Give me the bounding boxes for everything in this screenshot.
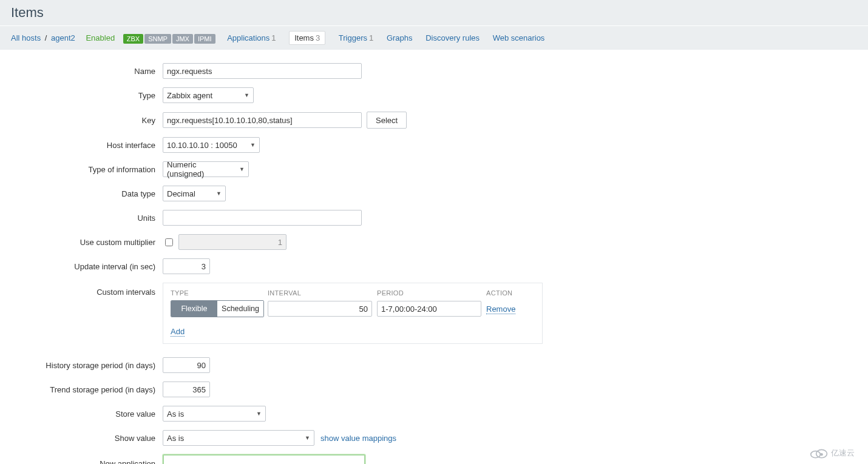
trend-storage-input[interactable] [163,382,210,397]
custom-intervals-box: TYPE INTERVAL PERIOD ACTION Flexible Sch… [163,283,543,344]
label-store-value: Store value [10,409,163,419]
ci-type-segment[interactable]: Flexible Scheduling [171,300,264,317]
store-value-select[interactable]: As is [163,406,266,422]
key-input[interactable] [163,112,362,128]
ci-type-scheduling[interactable]: Scheduling [217,301,263,317]
ci-interval-input[interactable] [268,301,372,317]
label-host-interface: Host interface [10,141,163,150]
badge-zbx: ZBX [123,34,143,44]
nav-graphs[interactable]: Graphs [387,33,413,42]
breadcrumb-all-hosts[interactable]: All hosts [11,33,41,42]
label-type-of-information: Type of information [10,165,163,174]
type-select[interactable]: Zabbix agent [163,87,254,103]
nav-triggers[interactable]: Triggers1 [339,33,373,42]
ci-col-interval: INTERVAL [268,289,377,297]
nav-items[interactable]: Items3 [289,31,325,45]
label-name: Name [10,67,163,76]
label-custom-intervals: Custom intervals [10,283,163,297]
svg-point-2 [820,453,822,456]
show-value-select[interactable]: As is [163,430,314,446]
label-new-application: New application [10,459,163,465]
host-interface-select[interactable]: 10.10.10.10 : 10050 [163,137,260,153]
ci-col-period: PERIOD [377,289,486,297]
item-form: Name Type Zabbix agent Key Select Host i… [10,50,858,464]
watermark-text: 亿速云 [831,448,855,459]
watermark: 亿速云 [808,447,855,459]
show-value-mappings-link[interactable]: show value mappings [320,434,396,443]
data-type-select[interactable]: Decimal [163,186,226,201]
ci-add-link[interactable]: Add [171,327,185,337]
nav-discovery[interactable]: Discovery rules [426,33,480,42]
nav-applications[interactable]: Applications1 [227,33,276,42]
label-data-type: Data type [10,189,163,198]
proto-badges: ZBX SNMP JMX IPMI [123,34,217,44]
units-input[interactable] [163,210,362,226]
badge-ipmi: IPMI [194,34,215,44]
type-of-information-select[interactable]: Numeric (unsigned) [163,161,249,177]
nav-web[interactable]: Web scenarios [493,33,545,42]
new-application-input[interactable] [163,454,365,464]
label-show-value: Show value [10,434,163,443]
label-use-custom-multiplier: Use custom multiplier [10,238,163,247]
label-update-interval: Update interval (in sec) [10,262,163,271]
history-storage-input[interactable] [163,357,210,373]
label-type: Type [10,91,163,100]
custom-multiplier-input [178,234,287,250]
ci-type-flexible[interactable]: Flexible [171,301,217,317]
badge-snmp: SNMP [144,34,171,44]
nav-links: Applications1 Items3 Triggers1 Graphs Di… [227,31,555,45]
use-custom-multiplier-checkbox[interactable] [165,238,173,246]
label-key: Key [10,116,163,125]
update-interval-input[interactable] [163,258,210,274]
key-select-button[interactable]: Select [367,112,407,129]
status-enabled: Enabled [86,33,115,42]
breadcrumb: All hosts / agent2 [11,33,77,42]
ci-col-type: TYPE [171,289,268,297]
badge-jmx: JMX [172,34,193,44]
label-trend-storage: Trend storage period (in days) [10,385,163,394]
breadcrumb-sep: / [43,33,49,42]
label-history-storage: History storage period (in days) [10,361,163,370]
nav-bar: All hosts / agent2 Enabled ZBX SNMP JMX … [0,26,868,50]
cloud-icon [808,447,829,459]
ci-col-action: ACTION [486,289,526,297]
breadcrumb-host[interactable]: agent2 [51,33,75,42]
ci-remove-link[interactable]: Remove [486,304,515,314]
name-input[interactable] [163,63,362,79]
ci-period-input[interactable] [377,301,481,317]
page-title: Items [11,5,857,21]
label-units: Units [10,214,163,223]
